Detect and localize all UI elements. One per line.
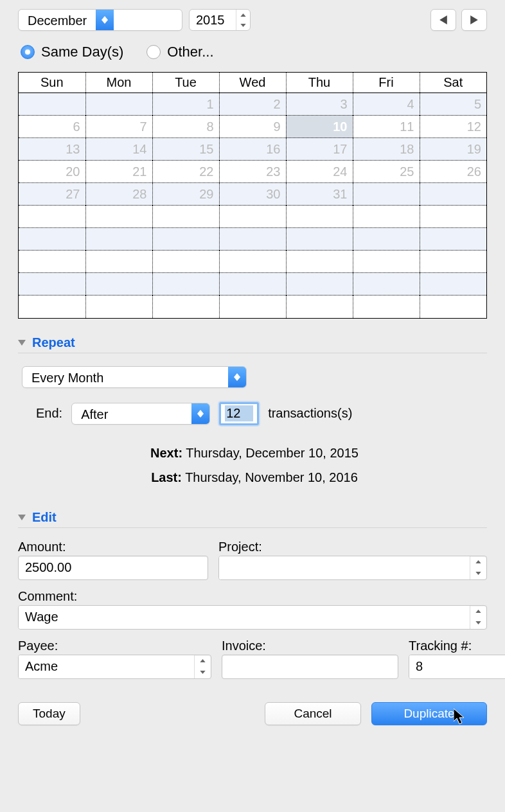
updown-icon [96, 10, 114, 30]
stepper-buttons[interactable] [470, 606, 486, 629]
calendar-day-cell [353, 273, 420, 296]
svg-marker-2 [240, 13, 245, 17]
project-combo[interactable] [218, 556, 487, 580]
cancel-button[interactable]: Cancel [265, 702, 361, 725]
other-radio[interactable]: Other... [146, 44, 213, 60]
calendar-day-cell [353, 228, 420, 251]
calendar-day-cell[interactable]: 8 [152, 116, 219, 138]
calendar-day-cell[interactable]: 31 [286, 183, 353, 206]
calendar-day-cell[interactable]: 19 [420, 138, 486, 161]
disclosure-triangle-icon [18, 513, 26, 521]
comment-label: Comment: [18, 589, 487, 604]
chevron-down-icon[interactable] [195, 667, 211, 678]
calendar-day-cell[interactable]: 14 [85, 138, 152, 161]
svg-marker-17 [200, 671, 205, 674]
calendar-day-cell[interactable]: 29 [152, 183, 219, 206]
duplicate-button[interactable]: Duplicate [371, 702, 487, 725]
comment-combo[interactable] [18, 605, 487, 630]
calendar-day-cell[interactable]: 20 [19, 161, 85, 183]
transactions-label: transactions(s) [268, 406, 352, 421]
calendar-day-cell[interactable]: 1 [152, 93, 219, 116]
end-mode-dropdown[interactable]: After [71, 403, 210, 425]
calendar-day-cell[interactable]: 11 [353, 116, 420, 138]
project-label: Project: [218, 540, 487, 554]
calendar-day-cell[interactable]: 27 [19, 183, 85, 206]
calendar-day-cell[interactable]: 16 [219, 138, 286, 161]
frequency-dropdown-label: Every Month [22, 367, 228, 387]
tracking-combo[interactable] [409, 655, 505, 679]
same-day-radio[interactable]: Same Day(s) [21, 44, 123, 60]
calendar[interactable]: SunMonTueWedThuFriSat 123456789101112131… [18, 72, 487, 319]
calendar-day-cell [286, 273, 353, 296]
calendar-day-cell[interactable]: 26 [420, 161, 486, 183]
calendar-day-cell[interactable]: 22 [152, 161, 219, 183]
calendar-day-cell [353, 183, 420, 206]
frequency-dropdown[interactable]: Every Month [22, 366, 247, 388]
month-dropdown[interactable]: December [18, 9, 182, 31]
calendar-day-cell[interactable]: 28 [85, 183, 152, 206]
calendar-day-cell[interactable]: 24 [286, 161, 353, 183]
calendar-day-cell[interactable]: 10 [286, 116, 353, 138]
calendar-day-cell[interactable]: 17 [286, 138, 353, 161]
calendar-day-cell[interactable]: 6 [19, 116, 85, 138]
today-button[interactable]: Today [18, 702, 80, 725]
calendar-day-cell[interactable]: 21 [85, 161, 152, 183]
year-stepper[interactable] [189, 9, 251, 31]
calendar-day-cell [286, 296, 353, 318]
chevron-up-icon[interactable] [470, 606, 486, 617]
calendar-day-cell[interactable]: 15 [152, 138, 219, 161]
svg-marker-3 [240, 24, 245, 27]
calendar-weekday-header: Tue [152, 73, 219, 93]
comment-field[interactable] [19, 606, 470, 629]
calendar-day-cell [85, 296, 152, 318]
chevron-up-icon[interactable] [470, 556, 486, 568]
prev-month-button[interactable] [430, 9, 456, 31]
calendar-day-cell [19, 206, 85, 228]
chevron-down-icon[interactable] [236, 20, 250, 30]
repeat-section-label: Repeat [32, 335, 75, 350]
calendar-day-cell[interactable]: 4 [353, 93, 420, 116]
tracking-field[interactable] [409, 655, 505, 678]
last-date-label: Last: [151, 470, 182, 484]
calendar-day-cell[interactable]: 7 [85, 116, 152, 138]
svg-marker-4 [439, 15, 447, 24]
tracking-label: Tracking #: [409, 639, 505, 653]
next-date-value: Thursday, December 10, 2015 [186, 446, 359, 460]
calendar-day-cell[interactable]: 30 [219, 183, 286, 206]
calendar-day-cell[interactable]: 25 [353, 161, 420, 183]
end-count-field[interactable] [225, 405, 253, 421]
repeat-section-header[interactable]: Repeat [18, 335, 487, 353]
calendar-day-cell[interactable]: 2 [219, 93, 286, 116]
other-radio-label: Other... [167, 44, 213, 60]
chevron-down-icon[interactable] [470, 617, 486, 629]
chevron-down-icon[interactable] [470, 568, 486, 579]
calendar-day-cell [19, 93, 85, 116]
calendar-day-cell [219, 273, 286, 296]
stepper-buttons[interactable] [194, 655, 211, 678]
calendar-day-cell[interactable]: 12 [420, 116, 486, 138]
stepper-buttons[interactable] [236, 10, 250, 30]
calendar-day-cell[interactable]: 5 [420, 93, 486, 116]
chevron-up-icon[interactable] [236, 10, 250, 20]
year-field[interactable] [190, 10, 236, 30]
payee-combo[interactable] [18, 655, 211, 679]
invoice-field[interactable] [222, 655, 398, 679]
calendar-day-cell[interactable]: 3 [286, 93, 353, 116]
calendar-day-cell [19, 251, 85, 273]
amount-label: Amount: [18, 540, 208, 554]
calendar-day-cell[interactable]: 18 [353, 138, 420, 161]
stepper-buttons[interactable] [470, 556, 486, 579]
calendar-day-cell [152, 206, 219, 228]
chevron-up-icon[interactable] [195, 655, 211, 667]
amount-field[interactable] [18, 556, 208, 580]
next-month-button[interactable] [461, 9, 487, 31]
last-date-value: Thursday, November 10, 2016 [185, 470, 358, 484]
calendar-day-cell[interactable]: 13 [19, 138, 85, 161]
calendar-day-cell[interactable]: 9 [219, 116, 286, 138]
payee-field[interactable] [19, 655, 194, 678]
calendar-day-cell[interactable]: 23 [219, 161, 286, 183]
end-count-field-wrap[interactable] [219, 402, 259, 425]
calendar-day-cell [286, 251, 353, 273]
project-field[interactable] [219, 556, 470, 579]
edit-section-header[interactable]: Edit [18, 510, 487, 528]
